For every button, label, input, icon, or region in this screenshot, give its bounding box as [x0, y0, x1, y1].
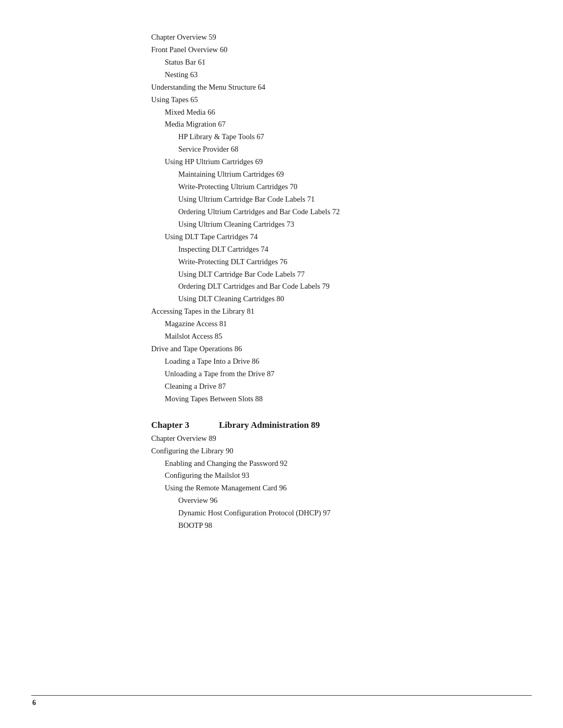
toc-entry: Dynamic Host Configuration Protocol (DHC… — [178, 507, 521, 520]
toc-entry: Ordering DLT Cartridges and Bar Code Lab… — [178, 280, 521, 293]
toc-entry: Using DLT Cleaning Cartridges 80 — [178, 293, 521, 305]
toc-entry: Maintaining Ultrium Cartridges 69 — [178, 168, 521, 181]
footer-divider — [31, 695, 532, 696]
toc-entry: Using Ultrium Cartridge Bar Code Labels … — [178, 193, 521, 206]
toc-entry: Unloading a Tape from the Drive 87 — [165, 368, 521, 380]
toc-entry: Drive and Tape Operations 86 — [151, 343, 521, 355]
toc-entry: Ordering Ultrium Cartridges and Bar Code… — [178, 206, 521, 218]
toc-entry: Chapter Overview 59 — [151, 31, 521, 44]
page-number: 6 — [32, 699, 563, 707]
chapter-3-row: Chapter 3 Library Administration 89 — [151, 420, 521, 430]
toc-entry: Using Ultrium Cleaning Cartridges 73 — [178, 218, 521, 231]
toc-entry: Cleaning a Drive 87 — [165, 380, 521, 393]
toc-entry: Using DLT Cartridge Bar Code Labels 77 — [178, 268, 521, 281]
toc-entry: Mixed Media 66 — [165, 106, 521, 119]
toc-top-section: Chapter Overview 59Front Panel Overview … — [151, 31, 521, 405]
toc-entry: Overview 96 — [178, 495, 521, 507]
toc-entry: Write-Protecting Ultrium Cartridges 70 — [178, 181, 521, 193]
toc-entry: Understanding the Menu Structure 64 — [151, 81, 521, 94]
toc-entry: Mailslot Access 85 — [165, 330, 521, 343]
chapter-label: Chapter 3 — [151, 420, 219, 430]
toc-entry: Inspecting DLT Cartridges 74 — [178, 243, 521, 256]
toc-bottom-section: Chapter Overview 89Configuring the Libra… — [151, 433, 521, 532]
toc-entry: Using Tapes 65 — [151, 94, 521, 106]
toc-entry: Magazine Access 81 — [165, 318, 521, 330]
toc-entry: Enabling and Changing the Password 92 — [165, 458, 521, 470]
toc-entry: Accessing Tapes in the Library 81 — [151, 305, 521, 318]
toc-entry: Service Provider 68 — [178, 143, 521, 156]
toc-entry: Using DLT Tape Cartridges 74 — [165, 231, 521, 243]
content-area: Chapter Overview 59Front Panel Overview … — [151, 31, 521, 532]
toc-entry: Using the Remote Management Card 96 — [165, 482, 521, 495]
toc-entry: Moving Tapes Between Slots 88 — [165, 393, 521, 405]
page-footer: 6 — [0, 695, 563, 707]
toc-entry: Using HP Ultrium Cartridges 69 — [165, 156, 521, 168]
toc-entry: Configuring the Mailslot 93 — [165, 470, 521, 482]
chapter-title: Library Administration 89 — [219, 420, 320, 430]
page: Chapter Overview 59Front Panel Overview … — [0, 0, 563, 728]
toc-entry: HP Library & Tape Tools 67 — [178, 131, 521, 143]
toc-entry: Media Migration 67 — [165, 118, 521, 131]
toc-entry: Loading a Tape Into a Drive 86 — [165, 355, 521, 368]
toc-entry: Nesting 63 — [165, 69, 521, 81]
toc-entry: Chapter Overview 89 — [151, 433, 521, 445]
toc-entry: Front Panel Overview 60 — [151, 44, 521, 56]
toc-entry: BOOTP 98 — [178, 520, 521, 532]
toc-entry: Status Bar 61 — [165, 56, 521, 69]
toc-entry: Write-Protecting DLT Cartridges 76 — [178, 256, 521, 268]
toc-entry: Configuring the Library 90 — [151, 445, 521, 458]
